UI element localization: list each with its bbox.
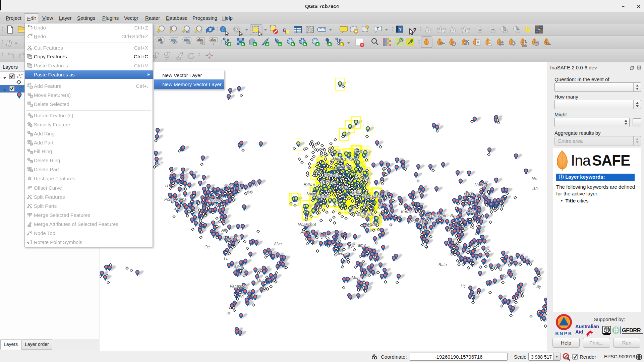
svg-text:Australian: Australian	[575, 324, 599, 329]
svg-text:Arandj: Arandj	[316, 193, 330, 198]
svg-text:abc: abc	[197, 38, 203, 42]
svg-text:Ust: Ust	[235, 235, 241, 240]
svg-text:Ayr Tamu: Ayr Tamu	[348, 243, 366, 248]
svg-text:Mur: Mur	[257, 278, 264, 283]
svg-text:Savona: Savona	[320, 179, 337, 185]
svg-text:Mielec: Mielec	[338, 165, 351, 170]
svg-text:?: ?	[413, 27, 416, 34]
svg-text:BNPB: BNPB	[555, 331, 572, 336]
svg-text:Th: Th	[239, 294, 244, 299]
svg-text:ab: ab	[158, 38, 162, 42]
svg-text:Pomo Arena: Pomo Arena	[164, 197, 187, 202]
svg-text:Oc: Oc	[204, 245, 210, 249]
svg-text:Sos: Sos	[354, 148, 362, 154]
svg-text:Al: Al	[377, 202, 382, 207]
svg-text:Fr: Fr	[300, 230, 304, 235]
svg-text:Truskel: Truskel	[208, 198, 221, 202]
svg-text:Alve: Alve	[274, 242, 282, 246]
svg-text:ε: ε	[283, 25, 286, 34]
svg-text:Mvuazi: Mvuazi	[336, 251, 348, 256]
svg-text:T: T	[376, 26, 379, 31]
svg-text:Alb: Alb	[221, 228, 227, 233]
svg-text:Vanadzor: Vanadzor	[230, 284, 247, 289]
svg-text:Jo: Jo	[468, 197, 473, 202]
svg-text:To: To	[502, 274, 507, 279]
svg-text:Tar: Tar	[362, 202, 369, 208]
svg-text:Izmir: Izmir	[351, 190, 361, 195]
svg-text:Lynn: Lynn	[225, 183, 234, 188]
svg-text:Sy: Sy	[536, 284, 541, 289]
svg-text:Olst: Olst	[350, 157, 358, 162]
svg-text:Hc: Hc	[461, 284, 466, 289]
svg-text:Bar: Bar	[341, 184, 349, 190]
svg-text:Lu: Lu	[224, 256, 229, 261]
svg-text:?: ?	[399, 27, 402, 32]
svg-text:Lo: Lo	[174, 206, 179, 211]
svg-text:Co: Co	[486, 248, 491, 253]
svg-text:Judo: Judo	[467, 209, 476, 214]
svg-text:Zahrana: Zahrana	[357, 211, 374, 217]
svg-text:Noakchot: Noakchot	[298, 222, 316, 227]
svg-text:Arica: Arica	[233, 265, 243, 269]
svg-text:abc: abc	[171, 38, 177, 42]
svg-text:abc: abc	[210, 38, 216, 42]
svg-text:M: M	[499, 267, 502, 272]
svg-text:Mapu: Mapu	[352, 276, 362, 280]
svg-text:Ish: Ish	[532, 186, 538, 191]
svg-text:Bilbao: Bilbao	[303, 182, 316, 187]
svg-text:Katwijk: Katwijk	[324, 172, 341, 178]
svg-text:Taea: Taea	[463, 192, 472, 197]
svg-text:Vigo: Vigo	[307, 191, 317, 196]
svg-text:H: H	[165, 183, 168, 188]
svg-text:Aid: Aid	[575, 329, 583, 335]
svg-text:Mumbai: Mumbai	[410, 219, 425, 224]
svg-text:Deep Water Bay: Deep Water Bay	[426, 213, 458, 218]
svg-text:Jedda: Jedda	[364, 222, 377, 227]
svg-text:Batu: Batu	[438, 262, 447, 267]
svg-text:abc: abc	[184, 38, 190, 42]
svg-text:Lagos: Lagos	[319, 234, 331, 238]
svg-text:Ne: Ne	[532, 176, 537, 181]
svg-text:GFDRR: GFDRR	[622, 327, 641, 333]
svg-text:Karachi: Karachi	[401, 209, 415, 214]
svg-text:Ush: Ush	[224, 237, 231, 242]
svg-text:Samadag: Samadag	[362, 194, 381, 199]
svg-text:Ka: Ka	[157, 162, 162, 166]
svg-text:Odesa: Odesa	[355, 175, 370, 181]
svg-text:Nakho: Nakho	[474, 182, 487, 187]
